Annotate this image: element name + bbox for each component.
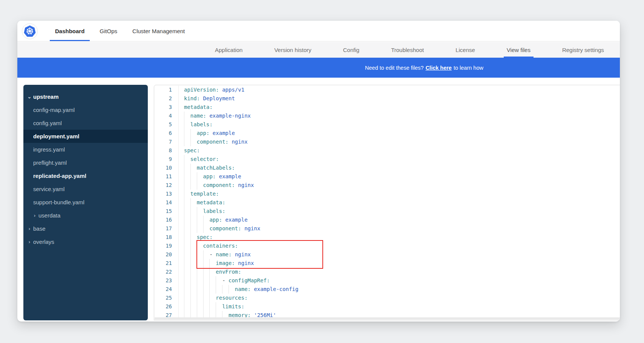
code-text: spec: xyxy=(184,233,213,242)
tab-version-history[interactable]: Version history xyxy=(274,42,311,58)
tree-item-label: service.yaml xyxy=(33,186,64,192)
yaml-editor[interactable]: 1apiVersion: apps/v12kind: Deployment3me… xyxy=(154,85,620,320)
tree-item-label: base xyxy=(33,225,46,232)
indent-guide xyxy=(184,181,184,190)
tree-file-ingress-yaml[interactable]: ingress.yaml xyxy=(23,143,148,156)
line-number: 21 xyxy=(155,259,172,268)
code-text: image: nginx xyxy=(184,259,254,268)
chevron-right-icon[interactable]: › xyxy=(27,239,32,245)
indent-guide xyxy=(184,233,184,242)
line-number: 10 xyxy=(155,164,172,172)
code-line: 24 name: example-config xyxy=(155,285,620,294)
code-text: metadata: xyxy=(184,103,213,112)
indent-guide xyxy=(190,233,191,242)
horizontal-scrollbar[interactable] xyxy=(155,317,620,320)
file-tree-sidebar: ⌄upstreamconfig-map.yamlconfig.yamldeplo… xyxy=(23,85,148,320)
indent-guide xyxy=(190,294,191,302)
indent-guide xyxy=(222,285,222,294)
indent-guide xyxy=(184,250,184,259)
code-line: 1apiVersion: apps/v1 xyxy=(155,86,620,94)
indent-guide xyxy=(190,224,191,233)
tree-file-preflight-yaml[interactable]: preflight.yaml xyxy=(23,156,148,169)
tree-folder-userdata[interactable]: ›userdata xyxy=(23,209,148,222)
line-number: 22 xyxy=(155,268,172,276)
tree-file-service-yaml[interactable]: service.yaml xyxy=(23,182,148,196)
indent-guide xyxy=(190,216,191,224)
tree-folder-overlays[interactable]: ›overlays xyxy=(23,235,148,248)
code-line: 21 image: nginx xyxy=(155,259,620,268)
code-line: 20 - name: nginx xyxy=(155,250,620,259)
tree-item-label: config-map.yaml xyxy=(33,107,75,113)
line-number: 4 xyxy=(155,112,172,120)
indent-guide xyxy=(197,294,197,302)
indent-guide xyxy=(197,207,197,216)
chevron-right-icon[interactable]: › xyxy=(27,226,32,231)
tab-application[interactable]: Application xyxy=(215,42,242,58)
tab-gitops[interactable]: GitOps xyxy=(94,21,123,41)
indent-guide xyxy=(209,285,210,294)
indent-guide xyxy=(216,302,216,311)
click-here-link[interactable]: Click here xyxy=(426,65,452,71)
tree-item-label: preflight.yaml xyxy=(33,159,67,166)
code-lines: 1apiVersion: apps/v12kind: Deployment3me… xyxy=(155,86,620,320)
indent-guide xyxy=(209,259,210,268)
code-line: 2kind: Deployment xyxy=(155,94,620,103)
chevron-right-icon[interactable]: › xyxy=(32,213,37,218)
indent-guide xyxy=(203,302,204,311)
tab-registry-settings[interactable]: Registry settings xyxy=(562,42,604,58)
code-line: 19 containers: xyxy=(155,242,620,250)
indent-guide xyxy=(184,164,184,172)
indent-guide xyxy=(197,250,197,259)
code-text: - name: nginx xyxy=(184,250,251,259)
indent-guide xyxy=(197,302,197,311)
code-text: kind: Deployment xyxy=(184,94,235,103)
indent-guide xyxy=(184,120,184,129)
tree-file-support-bundle-yaml[interactable]: support-bundle.yaml xyxy=(23,196,148,209)
indent-guide xyxy=(197,216,197,224)
code-text: matchLabels: xyxy=(184,164,235,172)
code-line: 14 metadata: xyxy=(155,198,620,207)
code-text: containers: xyxy=(184,242,238,250)
line-number: 24 xyxy=(155,285,172,294)
indent-guide xyxy=(184,276,184,285)
indent-guide xyxy=(203,285,204,294)
tab-dashboard[interactable]: Dashboard xyxy=(50,21,90,41)
line-number: 18 xyxy=(155,233,172,242)
tree-folder-upstream[interactable]: ⌄upstream xyxy=(23,90,148,103)
indent-guide xyxy=(197,268,197,276)
indent-guide xyxy=(216,276,216,285)
code-text: labels: xyxy=(184,207,225,216)
code-line: 6 app: example xyxy=(155,129,620,138)
chevron-down-icon[interactable]: ⌄ xyxy=(27,94,32,100)
line-number: 9 xyxy=(155,155,172,164)
code-line: 22 envFrom: xyxy=(155,268,620,276)
tree-folder-base[interactable]: ›base xyxy=(23,222,148,235)
indent-guide xyxy=(184,259,184,268)
tree-file-config-map-yaml[interactable]: config-map.yaml xyxy=(23,103,148,116)
tree-file-deployment-yaml[interactable]: deployment.yaml xyxy=(23,130,148,143)
code-line: 9 selector: xyxy=(155,155,620,164)
line-number: 12 xyxy=(155,181,172,190)
tree-file-replicated-app-yaml[interactable]: replicated-app.yaml xyxy=(23,169,148,182)
indent-guide xyxy=(190,164,191,172)
tree-file-config-yaml[interactable]: config.yaml xyxy=(23,116,148,130)
indent-guide xyxy=(190,285,191,294)
tab-cluster-management[interactable]: Cluster Management xyxy=(127,21,190,41)
indent-guide xyxy=(197,224,197,233)
tab-config[interactable]: Config xyxy=(343,42,359,58)
code-text: component: nginx xyxy=(184,224,260,233)
tab-view-files[interactable]: View files xyxy=(507,42,531,58)
primary-tabs: DashboardGitOpsCluster Management xyxy=(50,21,190,41)
indent-guide xyxy=(203,259,204,268)
tab-troubleshoot[interactable]: Troubleshoot xyxy=(391,42,424,58)
indent-guide xyxy=(190,276,191,285)
code-line: 15 labels: xyxy=(155,207,620,216)
indent-guide xyxy=(184,138,184,146)
code-text: labels: xyxy=(184,120,213,129)
tree-item-label: overlays xyxy=(33,239,54,245)
line-number: 15 xyxy=(155,207,172,216)
tab-license[interactable]: License xyxy=(455,42,475,58)
code-text: component: nginx xyxy=(184,181,254,190)
indent-guide xyxy=(203,224,204,233)
indent-guide xyxy=(197,172,197,181)
